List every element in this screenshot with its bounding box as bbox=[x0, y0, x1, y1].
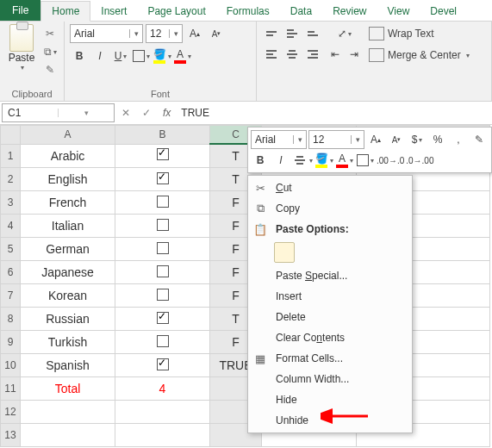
formula-input[interactable]: TRUE bbox=[177, 107, 213, 119]
mini-fill-color[interactable]: 🪣 bbox=[315, 151, 333, 170]
align-right-button[interactable] bbox=[303, 45, 322, 64]
font-size-combo[interactable]: 12▾ bbox=[146, 24, 183, 43]
font-color-button[interactable]: A bbox=[173, 47, 192, 65]
cell[interactable]: Arabic bbox=[21, 144, 115, 168]
ctx-copy[interactable]: ⧉Copy bbox=[248, 198, 412, 219]
cell[interactable]: French bbox=[21, 191, 115, 215]
cancel-formula-button[interactable]: ✕ bbox=[116, 107, 135, 119]
cell[interactable] bbox=[115, 354, 210, 377]
checkbox-icon[interactable] bbox=[157, 265, 169, 277]
mini-bold[interactable]: B bbox=[251, 151, 270, 170]
cell[interactable] bbox=[115, 144, 210, 168]
tab-developer[interactable]: Devel bbox=[420, 2, 467, 21]
mini-decrease-decimal[interactable]: .0→.00 bbox=[406, 151, 433, 170]
checkbox-icon[interactable] bbox=[157, 172, 169, 184]
format-painter-button[interactable]: ✎ bbox=[41, 62, 59, 78]
checkbox-icon[interactable] bbox=[157, 242, 169, 254]
row-header[interactable]: 9 bbox=[1, 331, 21, 354]
ctx-insert[interactable]: Insert bbox=[248, 286, 412, 307]
checkbox-icon[interactable] bbox=[157, 289, 169, 301]
mini-italic[interactable]: I bbox=[271, 151, 290, 170]
checkbox-icon[interactable] bbox=[157, 312, 169, 324]
increase-font-button[interactable]: A▴ bbox=[185, 24, 204, 43]
row-header[interactable]: 4 bbox=[1, 215, 21, 238]
row-header[interactable]: 2 bbox=[1, 168, 21, 191]
cell[interactable] bbox=[115, 261, 210, 284]
align-center-button[interactable] bbox=[283, 45, 302, 64]
cell[interactable] bbox=[115, 215, 210, 238]
ctx-column-width[interactable]: Column Width... bbox=[248, 369, 412, 389]
bold-button[interactable]: B bbox=[70, 47, 89, 65]
decrease-font-button[interactable]: A▾ bbox=[207, 24, 226, 43]
mini-accounting-button[interactable]: $ bbox=[408, 130, 427, 149]
mini-size-combo[interactable]: 12▾ bbox=[308, 130, 364, 149]
wrap-text-button[interactable]: Wrap Text bbox=[369, 24, 470, 43]
cell[interactable] bbox=[115, 308, 210, 331]
ctx-cut[interactable]: ✂Cut bbox=[248, 177, 412, 198]
checkbox-icon[interactable] bbox=[157, 219, 169, 231]
cell[interactable] bbox=[21, 424, 115, 447]
align-left-button[interactable] bbox=[262, 45, 281, 64]
border-button[interactable] bbox=[132, 47, 151, 65]
cell[interactable] bbox=[115, 331, 210, 354]
align-top-button[interactable] bbox=[262, 24, 281, 43]
checkbox-icon[interactable] bbox=[157, 335, 169, 347]
paste-button[interactable]: Paste ▾ bbox=[5, 24, 38, 78]
checkbox-icon[interactable] bbox=[157, 196, 169, 208]
mini-increase-font[interactable]: A▴ bbox=[366, 130, 385, 149]
cell[interactable]: German bbox=[21, 238, 115, 261]
cell[interactable]: Japanese bbox=[21, 261, 115, 284]
mini-font-combo[interactable]: Arial▾ bbox=[251, 130, 307, 149]
cell[interactable] bbox=[115, 238, 210, 261]
row-header[interactable]: 13 bbox=[1, 424, 21, 447]
increase-indent-button[interactable]: ⇥ bbox=[345, 45, 364, 64]
tab-view[interactable]: View bbox=[377, 2, 420, 21]
tab-home[interactable]: Home bbox=[40, 1, 90, 22]
align-bottom-button[interactable] bbox=[303, 24, 322, 43]
cell[interactable]: 4 bbox=[115, 377, 210, 401]
cell[interactable]: Spanish bbox=[21, 354, 115, 377]
copy-button[interactable]: ⧉▾ bbox=[41, 44, 59, 59]
fill-color-button[interactable]: 🪣 bbox=[153, 47, 171, 65]
cell[interactable]: Turkish bbox=[21, 331, 115, 354]
ctx-format-cells[interactable]: ▦Format Cells... bbox=[248, 348, 412, 369]
cell[interactable] bbox=[115, 168, 210, 191]
tab-file[interactable]: File bbox=[0, 0, 40, 21]
cell[interactable]: Russian bbox=[21, 308, 115, 331]
name-box[interactable]: C1▾ bbox=[2, 103, 115, 122]
checkbox-icon[interactable] bbox=[157, 148, 169, 160]
row-header[interactable]: 1 bbox=[1, 144, 21, 168]
col-header-b[interactable]: B bbox=[115, 126, 210, 145]
row-header[interactable]: 6 bbox=[1, 261, 21, 284]
cell[interactable]: Korean bbox=[21, 284, 115, 308]
tab-review[interactable]: Review bbox=[322, 2, 377, 21]
underline-button[interactable]: U bbox=[111, 47, 130, 65]
orientation-button[interactable]: ⤢ bbox=[326, 24, 364, 43]
cell[interactable] bbox=[115, 424, 210, 447]
mini-decrease-font[interactable]: A▾ bbox=[387, 130, 406, 149]
mini-percent-button[interactable]: % bbox=[428, 130, 447, 149]
row-header[interactable]: 10 bbox=[1, 354, 21, 377]
font-name-combo[interactable]: Arial▾ bbox=[70, 24, 143, 43]
checkbox-icon[interactable] bbox=[157, 358, 169, 370]
mini-font-color[interactable]: A bbox=[335, 151, 354, 170]
row-header[interactable]: 5 bbox=[1, 238, 21, 261]
ctx-paste-option-default[interactable] bbox=[248, 240, 412, 265]
cell[interactable] bbox=[115, 191, 210, 215]
mini-align-center[interactable] bbox=[292, 151, 313, 170]
mini-comma-button[interactable]: , bbox=[449, 130, 468, 149]
mini-format-painter[interactable]: ✎ bbox=[470, 130, 489, 149]
ctx-clear-contents[interactable]: Clear Contents bbox=[248, 327, 412, 348]
chevron-down-icon[interactable]: ▾ bbox=[169, 29, 182, 38]
ctx-delete[interactable]: Delete bbox=[248, 307, 412, 327]
cell[interactable] bbox=[115, 284, 210, 308]
tab-data[interactable]: Data bbox=[280, 2, 322, 21]
row-header[interactable]: 3 bbox=[1, 191, 21, 215]
cell[interactable]: English bbox=[21, 168, 115, 191]
cell[interactable]: Total bbox=[21, 377, 115, 401]
mini-border[interactable] bbox=[356, 151, 375, 170]
merge-center-button[interactable]: Merge & Center▾ bbox=[369, 46, 470, 65]
chevron-down-icon[interactable]: ▾ bbox=[129, 29, 142, 38]
align-middle-button[interactable] bbox=[283, 24, 302, 43]
col-header-a[interactable]: A bbox=[21, 126, 115, 145]
